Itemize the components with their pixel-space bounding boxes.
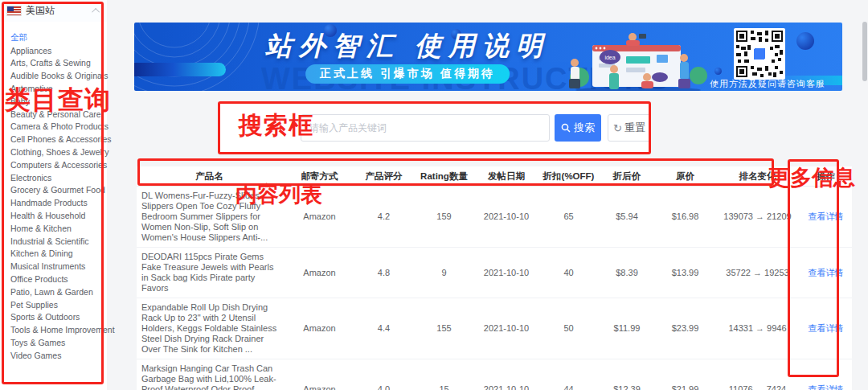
table-cell: 4.2 [354,211,414,222]
sidebar-item[interactable]: Handmade Products [0,196,107,209]
decor-streak [134,63,226,76]
table-cell: 50 [538,323,599,334]
sidebar-item[interactable]: Audible Books & Originals [0,69,107,82]
banner-illustration: idea [562,31,714,91]
decor-arcs [134,23,279,91]
view-detail-link[interactable]: 查看详情 [809,211,844,221]
sidebar-item[interactable]: 全部 [0,31,107,44]
column-header: Rating数量 [414,171,474,182]
sidebar-item[interactable]: Toys & Games [0,336,107,349]
product-name: Expandable Roll Up Dish Drying Rack Up t… [137,302,285,355]
view-detail-link[interactable]: 查看详情 [809,384,844,390]
table-cell: 35722 → 19253 [715,268,800,278]
promo-banner: WEBSITE INSTRUCTIONS 站外智汇 使用说明 正式上线 引爆市场… [134,23,842,91]
table-cell: 9 [414,268,474,278]
table-row: Expandable Roll Up Dish Drying Rack Up t… [137,298,852,359]
column-header: 发帖日期 [474,171,538,182]
qr-caption: 使用方法及疑问请咨询客服 [710,78,825,90]
decor-sphere [796,32,814,50]
search-input[interactable] [301,114,550,142]
table-cell: 4.0 [354,384,414,390]
refresh-icon: ↻ [613,123,622,133]
table-cell: 139073 → 21209 [715,211,800,222]
category-list: 全部AppliancesArts, Crafts & SewingAudible… [0,31,107,362]
table-header-row: 产品名邮寄方式产品评分Rating数量发帖日期折扣(%OFF)折后价原价排名变化… [137,166,852,187]
table-cell: 159 [414,211,474,222]
column-header: 折后价 [599,171,655,182]
site-name: 美国站 [26,4,55,18]
sidebar-item[interactable]: Clothing, Shoes & Jewelry [0,146,107,158]
action-cell: 查看详情 [800,268,852,278]
sidebar-item[interactable]: Musical Instruments [0,260,107,273]
table-cell: Amazon [285,211,354,222]
banner-subtitle: 正式上线 引爆市场 值得期待 [305,64,510,84]
table-cell: Amazon [285,268,354,278]
view-detail-link[interactable]: 查看详情 [809,268,844,277]
sidebar-item[interactable]: Cell Phones & Accessories [0,133,107,146]
action-cell: 查看详情 [800,211,852,222]
decor-sphere [714,68,722,75]
sidebar-item[interactable]: Industrial & Scientific [0,235,107,248]
page: 美国站 全部AppliancesArts, Crafts & SewingAud… [0,0,868,390]
action-cell: 查看详情 [800,323,852,334]
table-cell: $8.39 [599,268,655,278]
sidebar-item[interactable]: Kitchen & Dining [0,248,107,261]
column-header: 产品评分 [354,171,414,182]
reset-button-label: 重置 [624,121,645,135]
table-row: Marksign Hanging Car Trash Can Garbage B… [137,359,852,390]
chevron-up-icon[interactable] [92,8,100,16]
qr-code [734,28,785,80]
action-cell: 查看详情 [800,384,852,390]
sidebar-item[interactable]: Pet Supplies [0,298,107,311]
sidebar-item[interactable]: Sports & Outdoors [0,311,107,324]
table-cell: $21.99 [655,384,715,390]
sidebar-item[interactable]: Health & Household [0,209,107,222]
view-detail-link[interactable]: 查看详情 [809,323,844,333]
us-flag-icon [7,6,21,15]
reset-button[interactable]: ↻ 重置 [608,114,651,142]
column-header: 原价 [655,171,715,182]
table-cell: Amazon [285,323,354,334]
table-cell: 2021-10-10 [474,323,538,334]
sidebar-item[interactable]: Beauty & Personal Care [0,108,107,121]
column-header: 产品名 [137,171,285,182]
search-icon [561,123,571,133]
table-cell: 14331 → 9946 [715,323,800,334]
table-cell: Amazon [285,384,354,390]
table-cell: 155 [414,323,474,334]
product-name: DL Womens-Fur-Fuzzy-Slides-Slippers Open… [137,191,285,243]
sidebar-item[interactable]: Office Products [0,273,107,285]
search-button-label: 搜索 [574,121,595,135]
table-cell: $12.39 [599,384,655,390]
sidebar-item[interactable]: Tools & Home Improvement [0,323,107,336]
sidebar-item[interactable]: Camera & Photo Products [0,121,107,133]
vertical-scrollbar[interactable] [862,22,867,81]
column-header: 邮寄方式 [285,171,354,182]
column-header: 折扣(%OFF) [538,171,599,182]
sidebar-item[interactable]: Baby [0,95,107,108]
results-table: 产品名邮寄方式产品评分Rating数量发帖日期折扣(%OFF)折后价原价排名变化… [137,166,852,390]
sidebar-item[interactable]: Patio, Lawn & Garden [0,285,107,298]
table-cell: 2021-10-10 [474,384,538,390]
table-cell: 65 [538,211,599,222]
table-cell: 40 [538,268,599,278]
sidebar-item[interactable]: Electronics [0,171,107,184]
site-selector[interactable]: 美国站 [0,0,107,22]
sidebar-item[interactable]: Grocery & Gourmet Food [0,184,107,197]
sidebar-item[interactable]: Appliances [0,44,107,57]
sidebar-item[interactable]: Home & Kitchen [0,222,107,235]
table-cell: 4.4 [354,323,414,334]
table-cell: $13.99 [655,268,715,278]
sidebar-item[interactable]: Video Games [0,349,107,362]
table-body: DL Womens-Fur-Fuzzy-Slides-Slippers Open… [137,187,852,390]
column-header: 排名变化 [715,171,800,182]
table-row: DEODARI 115pcs Pirate Gems Fake Treasure… [137,248,852,298]
sidebar-item[interactable]: Arts, Crafts & Sewing [0,57,107,70]
sidebar-item[interactable]: Automotive [0,82,107,95]
search-button[interactable]: 搜索 [555,114,601,142]
table-cell: 4.8 [354,268,414,278]
sidebar-item[interactable]: Computers & Accessories [0,158,107,171]
table-cell: 11076 → 7424 [715,384,800,390]
product-name: Marksign Hanging Car Trash Can Garbage B… [137,363,285,390]
table-cell: $23.99 [655,323,715,334]
